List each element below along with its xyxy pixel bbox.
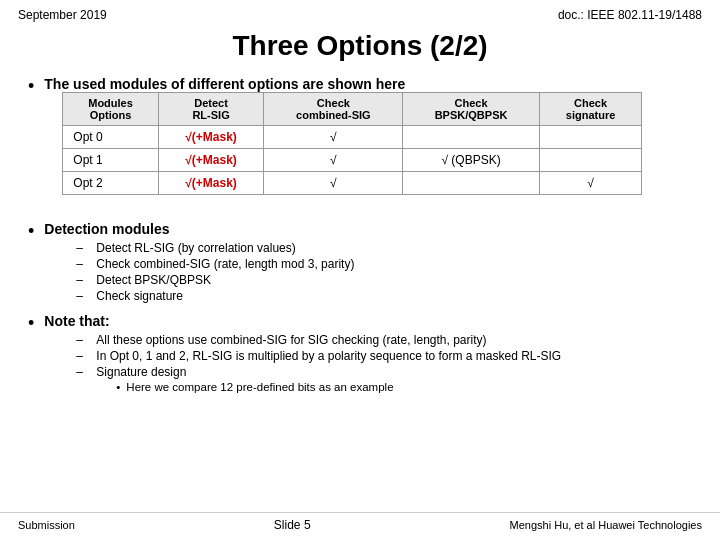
opt1-combined: √ bbox=[264, 149, 403, 172]
bullet1-dot: • bbox=[28, 74, 34, 99]
col-check-bpsk: CheckBPSK/QBPSK bbox=[403, 93, 539, 126]
note-item3-wrap: Signature design • Here we compare 12 pr… bbox=[96, 365, 393, 393]
note-dash3: – bbox=[76, 365, 88, 379]
sub-item-text: Here we compare 12 pre-defined bits as a… bbox=[126, 381, 393, 393]
detection-list: – Detect RL-SIG (by correlation values) … bbox=[76, 241, 354, 303]
footer: Submission Slide 5 Mengshi Hu, et al Hua… bbox=[0, 512, 720, 532]
list-item: – Check combined-SIG (rate, length mod 3… bbox=[76, 257, 354, 271]
bullet1-text: The used modules of different options ar… bbox=[44, 76, 405, 92]
opt2-sig: √ bbox=[539, 172, 642, 195]
header-right: doc.: IEEE 802.11-19/1488 bbox=[558, 8, 702, 22]
table-header-row: ModulesOptions DetectRL-SIG Checkcombine… bbox=[63, 93, 642, 126]
list-item: – Detect RL-SIG (by correlation values) bbox=[76, 241, 354, 255]
detection-item2: Check combined-SIG (rate, length mod 3, … bbox=[96, 257, 354, 271]
table-row: Opt 0 √(+Mask) √ bbox=[63, 126, 642, 149]
bullet1-section: • The used modules of different options … bbox=[28, 76, 692, 209]
bullet3-section: • Note that: – All these options use com… bbox=[28, 313, 692, 395]
opt0-combined: √ bbox=[264, 126, 403, 149]
opt2-combined: √ bbox=[264, 172, 403, 195]
page-title: Three Options (2/2) bbox=[0, 30, 720, 62]
detection-item1: Detect RL-SIG (by correlation values) bbox=[96, 241, 295, 255]
sub-bullet: • bbox=[116, 381, 120, 393]
bullet2-section: • Detection modules – Detect RL-SIG (by … bbox=[28, 221, 692, 305]
header: September 2019 doc.: IEEE 802.11-19/1488 bbox=[0, 0, 720, 26]
note-dash1: – bbox=[76, 333, 88, 347]
footer-submission: Submission bbox=[18, 519, 75, 531]
main-content: • The used modules of different options … bbox=[0, 76, 720, 395]
footer-author: Mengshi Hu, et al Huawei Technologies bbox=[510, 519, 702, 531]
bullet2-dot: • bbox=[28, 219, 34, 244]
bullet2-content: Detection modules – Detect RL-SIG (by co… bbox=[44, 221, 354, 305]
dash4: – bbox=[76, 289, 88, 303]
opt1-detect: √(+Mask) bbox=[158, 149, 264, 172]
note-title: Note that: bbox=[44, 313, 109, 329]
list-item: – All these options use combined-SIG for… bbox=[76, 333, 561, 347]
col-check-combined: Checkcombined-SIG bbox=[264, 93, 403, 126]
header-left: September 2019 bbox=[18, 8, 107, 22]
col-check-sig: Checksignature bbox=[539, 93, 642, 126]
note-item3: Signature design bbox=[96, 365, 186, 379]
list-item: – Signature design • Here we compare 12 … bbox=[76, 365, 561, 393]
table-wrapper: ModulesOptions DetectRL-SIG Checkcombine… bbox=[62, 92, 642, 195]
opt0-detect: √(+Mask) bbox=[158, 126, 264, 149]
sub-list: • Here we compare 12 pre-defined bits as… bbox=[116, 381, 393, 393]
bullet3-content: Note that: – All these options use combi… bbox=[44, 313, 561, 395]
table-row: Opt 2 √(+Mask) √ √ bbox=[63, 172, 642, 195]
footer-slide: Slide 5 bbox=[274, 518, 311, 532]
detection-item4: Check signature bbox=[96, 289, 183, 303]
list-item: – Detect BPSK/QBPSK bbox=[76, 273, 354, 287]
opt2-label: Opt 2 bbox=[63, 172, 158, 195]
opt2-bpsk bbox=[403, 172, 539, 195]
note-list: – All these options use combined-SIG for… bbox=[76, 333, 561, 393]
list-item: – Check signature bbox=[76, 289, 354, 303]
opt0-sig bbox=[539, 126, 642, 149]
dash3: – bbox=[76, 273, 88, 287]
opt2-detect: √(+Mask) bbox=[158, 172, 264, 195]
opt1-bpsk: √ (QBPSK) bbox=[403, 149, 539, 172]
opt0-bpsk bbox=[403, 126, 539, 149]
list-item: – In Opt 0, 1 and 2, RL-SIG is multiplie… bbox=[76, 349, 561, 363]
sub-item: • Here we compare 12 pre-defined bits as… bbox=[116, 381, 393, 393]
note-dash2: – bbox=[76, 349, 88, 363]
dash2: – bbox=[76, 257, 88, 271]
opt1-sig bbox=[539, 149, 642, 172]
bullet3-dot: • bbox=[28, 311, 34, 336]
options-table: ModulesOptions DetectRL-SIG Checkcombine… bbox=[62, 92, 642, 195]
detection-title: Detection modules bbox=[44, 221, 169, 237]
note-item2: In Opt 0, 1 and 2, RL-SIG is multiplied … bbox=[96, 349, 561, 363]
col-modules: ModulesOptions bbox=[63, 93, 158, 126]
dash1: – bbox=[76, 241, 88, 255]
note-item1: All these options use combined-SIG for S… bbox=[96, 333, 486, 347]
detection-item3: Detect BPSK/QBPSK bbox=[96, 273, 211, 287]
opt0-label: Opt 0 bbox=[63, 126, 158, 149]
bullet1-text-wrap: The used modules of different options ar… bbox=[44, 76, 642, 209]
opt1-label: Opt 1 bbox=[63, 149, 158, 172]
table-row: Opt 1 √(+Mask) √ √ (QBPSK) bbox=[63, 149, 642, 172]
col-detect-rl: DetectRL-SIG bbox=[158, 93, 264, 126]
